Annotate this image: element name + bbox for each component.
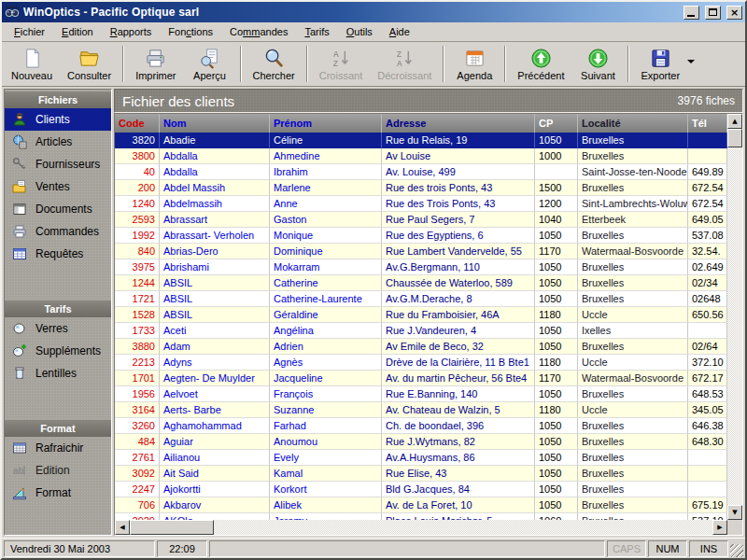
- status-message-panel: [209, 540, 605, 557]
- cell-tel: 02.649: [688, 259, 727, 275]
- horizontal-scroll-track[interactable]: [214, 520, 712, 535]
- table-row[interactable]: 3820 Abadie Céline Rue du Relais, 19 105…: [115, 133, 727, 148]
- table-row[interactable]: 2929 AKOlo Jeremy Place Louis Morichar, …: [115, 513, 727, 520]
- sidebar-item-ventes[interactable]: Ventes: [5, 175, 111, 198]
- cell-tel: [688, 323, 727, 339]
- cell-adresse: Rue J.Wytmans, 82: [382, 434, 535, 450]
- num-lock-indicator: NUM: [648, 540, 687, 557]
- table-row[interactable]: 1244 ABSIL Catherine Chaussée de Waterlo…: [115, 275, 727, 291]
- sidebar-item-rafraichir[interactable]: Rafraichir: [5, 437, 111, 459]
- horizontal-scrollbar[interactable]: ◀ ▶: [115, 520, 727, 535]
- table-row[interactable]: 706 Akbarov Alibek Av. de La Foret, 10 1…: [115, 497, 727, 513]
- table-row[interactable]: 3164 Aerts- Barbe Suzanne Av. Chateau de…: [115, 402, 727, 418]
- table-row[interactable]: 1733 Aceti Angélina Rue J.Vandeuren, 4 1…: [115, 323, 727, 339]
- sidebar-item-edition[interactable]: ab Edition: [5, 459, 111, 482]
- sidebar-item-documents[interactable]: Documents: [5, 198, 111, 220]
- menu-item-commandes[interactable]: Commandes: [221, 24, 296, 39]
- scroll-right-button[interactable]: ▶: [712, 520, 727, 535]
- preview-button[interactable]: Aperçu: [184, 43, 236, 85]
- column-header-code[interactable]: Code: [115, 114, 160, 133]
- table-row[interactable]: 3092 Ait Said Kamal Rue Elise, 43 1050 B…: [115, 466, 727, 482]
- cell-adresse: Av. de La Foret, 10: [382, 497, 535, 513]
- scroll-down-button[interactable]: ▼: [727, 505, 742, 520]
- menu-item-tarifs[interactable]: Tarifs: [296, 24, 337, 39]
- table-row[interactable]: 484 Aguiar Anoumou Rue J.Wytmans, 82 105…: [115, 434, 727, 450]
- cell-localite: Saint-Josse-ten-Noode: [578, 164, 688, 180]
- column-header-tel[interactable]: Tél: [688, 114, 727, 133]
- cell-cp: 1500: [535, 180, 578, 196]
- table-row[interactable]: 840 Abrias-Dero Dominique Rue Lambert Va…: [115, 244, 727, 259]
- sidebar-item-articles[interactable]: Articles: [5, 131, 111, 153]
- cell-tel: 02/64: [688, 339, 727, 355]
- table-row[interactable]: 1956 Aelvoet François Rue E.Banning, 140…: [115, 386, 727, 402]
- close-button[interactable]: ×: [726, 6, 742, 20]
- cell-prenom: Géraldine: [270, 307, 382, 323]
- table-row[interactable]: 2213 Adyns Agnès Drève de la Clairière, …: [115, 355, 727, 371]
- cell-adresse: Av. du martin Pêcheur, 56 Bte4: [382, 371, 535, 386]
- cell-nom: Ajokortti: [160, 482, 270, 497]
- next-button[interactable]: Suivant: [571, 43, 624, 85]
- vertical-scrollbar[interactable]: ▲ ▼: [727, 114, 742, 520]
- menu-item-fichier[interactable]: Fichier: [6, 24, 53, 39]
- sidebar-item-label: Documents: [35, 203, 92, 216]
- table-row[interactable]: 2761 Ailianou Evely Av.A.Huysmans, 86 10…: [115, 450, 727, 466]
- svg-text:Z: Z: [397, 49, 402, 59]
- resize-grip-icon[interactable]: [730, 544, 743, 557]
- sidebar-item-requetes[interactable]: Requêtes: [5, 243, 111, 265]
- sidebar-item-label: Clients: [35, 113, 70, 126]
- vertical-scroll-thumb[interactable]: [727, 129, 742, 147]
- previous-button[interactable]: Précédent: [510, 43, 571, 85]
- table-row[interactable]: 3260 Aghamohammad Farhad Ch. de boondael…: [115, 418, 727, 434]
- horizontal-scroll-thumb[interactable]: [130, 520, 214, 535]
- sidebar-item-format[interactable]: Format: [5, 482, 111, 504]
- export-dropdown-button[interactable]: [687, 43, 698, 85]
- table-row[interactable]: 1528 ABSIL Géraldine Rue du Framboisier,…: [115, 307, 727, 323]
- new-button[interactable]: Nouveau: [4, 43, 60, 85]
- open-button[interactable]: Consulter: [60, 43, 119, 85]
- agenda-button[interactable]: Agenda: [448, 43, 500, 85]
- maximize-button[interactable]: [705, 6, 721, 20]
- table-row[interactable]: 3880 Adam Adrien Av Emile de Beco, 32 10…: [115, 339, 727, 355]
- cell-adresse: Rue Paul Segers, 7: [382, 212, 535, 228]
- cell-nom: Akbarov: [160, 497, 270, 513]
- menu-item-fonctions[interactable]: Fonctions: [160, 24, 221, 39]
- table-row[interactable]: 40 Abdalla Ibrahim Av. Louise, 499 Saint…: [115, 164, 727, 180]
- column-header-nom[interactable]: Nom: [160, 114, 270, 133]
- sidebar-item-fournisseurs[interactable]: Fournisseurs: [5, 153, 111, 175]
- scroll-up-button[interactable]: ▲: [727, 114, 742, 129]
- sidebar-section-fichiers: Fichiers: [5, 91, 111, 108]
- print-button[interactable]: Imprimer: [128, 43, 183, 85]
- search-button[interactable]: Chercher: [246, 43, 303, 85]
- table-row[interactable]: 2247 Ajokortti Korkort Bld G.Jacques, 84…: [115, 482, 727, 497]
- table-row[interactable]: 3800 Abdalla Ahmedine Av Louise 1000 Bru…: [115, 148, 727, 164]
- menu-item-aide[interactable]: Aide: [381, 24, 418, 39]
- sidebar-item-verres[interactable]: Verres: [5, 317, 111, 340]
- sidebar-item-clients[interactable]: Clients: [5, 108, 111, 131]
- menu-item-edition[interactable]: Edition: [53, 24, 102, 39]
- cell-localite: Bruxelles: [578, 275, 688, 291]
- sidebar-item-lentilles[interactable]: Lentilles: [5, 362, 111, 385]
- menu-item-outils[interactable]: Outils: [338, 24, 381, 39]
- sidebar-item-commandes[interactable]: Commandes: [5, 220, 111, 243]
- vertical-scroll-track[interactable]: [727, 147, 742, 505]
- minimize-button[interactable]: [684, 6, 699, 20]
- column-header-cp[interactable]: CP: [535, 114, 578, 133]
- table-row[interactable]: 1240 Abdelmassih Anne Rue des Trois Pont…: [115, 196, 727, 212]
- cell-prenom: Marlene: [270, 180, 382, 196]
- table-row[interactable]: 1701 Aegten- De Muylder Jacqueline Av. d…: [115, 371, 727, 386]
- column-header-prenom[interactable]: Prénom: [270, 114, 382, 133]
- table-row[interactable]: 2593 Abrassart Gaston Rue Paul Segers, 7…: [115, 212, 727, 228]
- scroll-left-button[interactable]: ◀: [115, 520, 130, 535]
- table-row[interactable]: 200 Abdel Massih Marlene Rue des trois P…: [115, 180, 727, 196]
- export-button[interactable]: Exporter: [633, 43, 687, 85]
- menu-item-rapports[interactable]: Rapports: [102, 24, 161, 39]
- calendar-icon: [464, 48, 486, 69]
- cell-nom: Abdel Massih: [160, 180, 270, 196]
- titlebar[interactable]: WinOptics - Pacific Optique sarl ×: [2, 2, 745, 22]
- table-row[interactable]: 1992 Abrassart- Verholen Monique Rue des…: [115, 228, 727, 244]
- table-row[interactable]: 3975 Abrishami Mokarram Av.G.Bergmann, 1…: [115, 259, 727, 275]
- sidebar-item-supplements[interactable]: Suppléments: [5, 340, 111, 362]
- table-row[interactable]: 1721 ABSIL Catherine-Laurente Av.G.M.Der…: [115, 291, 727, 307]
- column-header-localite[interactable]: Localité: [578, 114, 688, 133]
- column-header-adresse[interactable]: Adresse: [382, 114, 535, 133]
